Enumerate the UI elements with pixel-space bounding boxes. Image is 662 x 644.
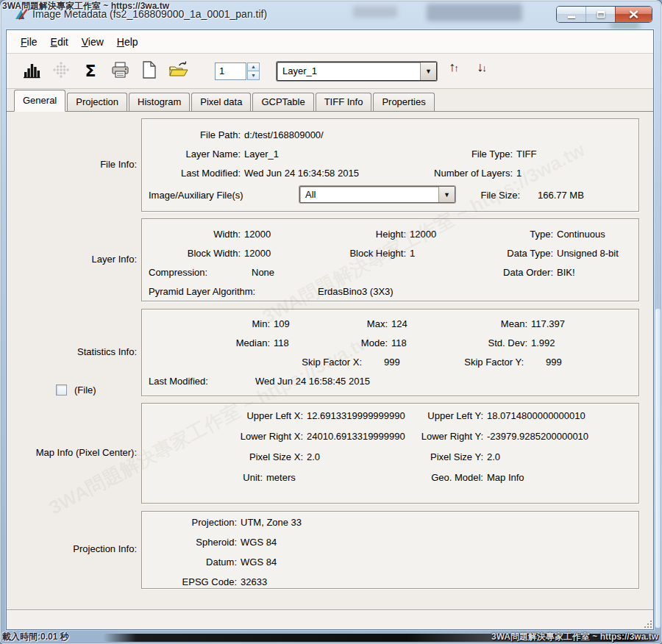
- field-label: Pixel Size X:: [149, 451, 303, 462]
- toolbar: Σ 1 ▲ ▼ Layer_1 ▼ ↑↑↓↓: [7, 54, 653, 89]
- maximize-button[interactable]: [586, 7, 615, 22]
- field-row: Skip Factor X:999Skip Factor Y:999: [149, 352, 638, 371]
- field-value: ErdasBino3 (3X3): [314, 286, 535, 297]
- layer-down-button[interactable]: ↓↓: [471, 60, 493, 82]
- field-row: Datum:WGS 84: [149, 552, 638, 572]
- menu-item-view[interactable]: View: [75, 31, 110, 53]
- field-value: 32633: [237, 576, 421, 587]
- close-icon: [629, 10, 638, 18]
- field-value: 999: [362, 357, 446, 368]
- print-button[interactable]: [108, 60, 132, 83]
- spin-up-button[interactable]: ▲: [247, 62, 260, 72]
- watermark-bottom-right: 3WA問題解決專家工作室 ~ https://3wa.tw: [491, 631, 658, 643]
- field-label: Lower Right Y:: [417, 431, 483, 442]
- pyramid-layers-icon: [51, 60, 71, 82]
- field-value: meters: [263, 472, 417, 483]
- tab-gcptable[interactable]: GCPTable: [252, 93, 313, 111]
- section-label-file-info: File Info:: [7, 159, 137, 170]
- menubar: FileEditViewHelp: [7, 30, 653, 54]
- double-down-arrow-icon: ↓↓: [477, 60, 487, 74]
- field-label: Block Width:: [149, 248, 241, 259]
- minimize-icon: [568, 16, 575, 18]
- auxiliary-files-dropdown[interactable]: All▼: [299, 186, 455, 203]
- field-label: Geo. Model:: [417, 472, 483, 483]
- field-label: Projection:: [149, 517, 237, 528]
- section-label-projection-info: Projection Info:: [7, 543, 137, 554]
- field-value: 1.992: [527, 337, 638, 348]
- field-value: 2.0: [303, 451, 417, 462]
- new-button[interactable]: [138, 60, 161, 83]
- pyramid-button: [49, 60, 73, 83]
- caption-buttons: [557, 7, 652, 22]
- field-label: Number of Layers:: [391, 168, 513, 179]
- field-value: Unsigned 8-bit: [553, 248, 662, 259]
- field-row: Spheroid:WGS 84: [149, 532, 638, 552]
- field-row: File Path:d:/test/168809000/: [149, 125, 638, 144]
- auxiliary-files-label: Image/Auxiliary File(s): [149, 190, 243, 201]
- field-value: Layer_1: [241, 149, 391, 160]
- field-value: None: [241, 267, 325, 278]
- field-label: File Type:: [391, 149, 513, 160]
- field-value: Map Info: [483, 472, 638, 483]
- field-row: Min:109Max:124Mean:117.397: [149, 314, 638, 333]
- field-value: Wed Jun 24 16:58:45 2015: [252, 376, 472, 387]
- field-label: Std. Dev:: [450, 337, 527, 348]
- section-label-map-info: Map Info (Pixel Center):: [7, 447, 137, 458]
- tabstrip: GeneralProjectionHistogramPixel dataGCPT…: [7, 89, 653, 112]
- tab-histogram[interactable]: Histogram: [129, 93, 190, 111]
- tab-tiff-info[interactable]: TIFF Info: [316, 93, 372, 111]
- tab-projection[interactable]: Projection: [67, 93, 127, 111]
- field-label: File Path:: [149, 129, 241, 140]
- printer-icon: [110, 61, 130, 81]
- field-label: Max:: [325, 318, 388, 329]
- menu-item-file[interactable]: File: [14, 31, 44, 53]
- field-value: Continuous: [553, 229, 662, 240]
- group-statistics-info: Min:109Max:124Mean:117.397Median:118Mode…: [141, 309, 639, 396]
- statistics-button[interactable]: Σ: [79, 60, 102, 83]
- file-size-value: 166.77 MB: [538, 190, 584, 201]
- menu-item-help[interactable]: Help: [110, 31, 145, 53]
- open-button[interactable]: [167, 60, 191, 83]
- section-label-layer-info: Layer Info:: [7, 254, 137, 265]
- menu-item-edit[interactable]: Edit: [44, 31, 75, 53]
- layer-dropdown-value: Layer_1: [277, 65, 420, 76]
- tab-properties[interactable]: Properties: [373, 93, 434, 111]
- layer-dropdown[interactable]: Layer_1 ▼: [277, 62, 437, 81]
- tab-pixel-data[interactable]: Pixel data: [191, 93, 251, 111]
- double-up-arrow-icon: ↑↑: [449, 60, 459, 74]
- field-value: WGS 84: [237, 537, 421, 548]
- field-row: Pyramid Layer Algorithm:ErdasBino3 (3X3): [149, 282, 638, 301]
- titlebar[interactable]: Image Metadata (fs2_168809000_1a_0001_pa…: [0, 0, 662, 29]
- file-checkbox-label: (File): [74, 384, 96, 396]
- layer-up-button[interactable]: ↑↑: [443, 60, 465, 82]
- field-label: Lower Right X:: [149, 431, 303, 442]
- general-tab-panel: (File) File Info:File Path:d:/test/16880…: [7, 112, 653, 610]
- minimize-button[interactable]: [557, 7, 586, 22]
- field-row: Compression:NoneData Order:BIK!: [149, 262, 638, 282]
- field-value: 1: [406, 248, 480, 259]
- field-label: Pixel Size Y:: [417, 451, 483, 462]
- section-label-statistics-info: Statistics Info:: [7, 346, 137, 357]
- field-value: 118: [388, 337, 450, 348]
- group-map-info: Upper Left X:12.6913319999999990Upper Le…: [141, 403, 639, 504]
- tab-general[interactable]: General: [14, 90, 65, 112]
- field-label: Upper Left X:: [149, 410, 303, 421]
- field-row: EPSG Code:32633: [149, 572, 638, 592]
- field-label: Mean:: [450, 318, 527, 329]
- field-row: Last Modified:Wed Jun 24 16:34:58 2015Nu…: [149, 163, 638, 182]
- field-value: 2.0: [483, 451, 638, 462]
- spin-down-button[interactable]: ▼: [247, 71, 260, 80]
- field-row: Layer Name:Layer_1File Type:TIFF: [149, 144, 638, 163]
- resize-grip[interactable]: [642, 618, 652, 628]
- field-value: 24010.6913319999990: [303, 431, 417, 442]
- layer-number-spinner: 1 ▲ ▼: [215, 62, 260, 80]
- file-checkbox[interactable]: [56, 384, 67, 396]
- file-size-label: File Size:: [469, 190, 520, 201]
- layer-number-input[interactable]: 1: [215, 62, 246, 80]
- field-label: Data Type:: [480, 248, 553, 259]
- field-row: Width:12000Height:12000Type:Continuous: [149, 224, 638, 243]
- close-button[interactable]: [615, 7, 652, 22]
- field-label: Spheroid:: [149, 537, 237, 548]
- group-projection-info: Projection:UTM, Zone 33Spheroid:WGS 84Da…: [141, 511, 639, 589]
- histogram-button[interactable]: [20, 60, 43, 83]
